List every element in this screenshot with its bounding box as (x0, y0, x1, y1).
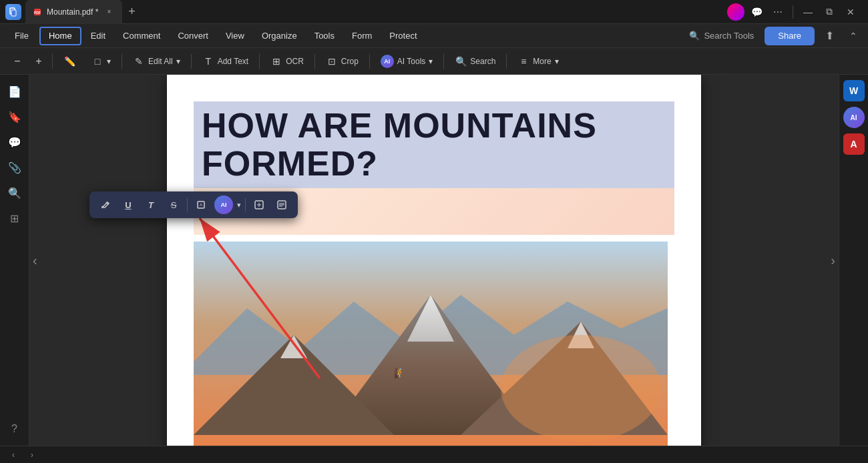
pdf-icon: PDF (33, 8, 41, 16)
floating-text-toolbar: U T S A AI ▾ (89, 191, 298, 218)
search-tool-icon: 🔍 (455, 55, 467, 67)
menu-view[interactable]: View (218, 27, 252, 45)
ai-tools-button[interactable]: AI AI Tools ▾ (374, 51, 439, 71)
secondary-toolbar: − + ✏️ □ ▾ ✎ Edit All ▾ T Add Text ⊞ OCR… (0, 48, 868, 75)
page-content: HOW ARE MOUNTAINS FORMED? (167, 75, 701, 446)
ft-underline-button[interactable]: U (119, 195, 138, 214)
sidebar-pages-icon[interactable]: 📄 (3, 80, 26, 103)
app-icon (5, 4, 21, 20)
new-tab-button[interactable]: + (122, 3, 141, 21)
crop-label: Crop (341, 57, 359, 66)
collapse-button[interactable]: ⌃ (844, 27, 863, 45)
title-bar: PDF Mountain.pdf * × + 💬 ⋯ — ⧉ ✕ (0, 0, 868, 24)
menu-search-area: 🔍 Search Tools Share ⬆ ⌃ (684, 27, 863, 45)
sidebar-attachment-icon[interactable]: 📎 (3, 156, 26, 179)
close-button[interactable]: ✕ (841, 3, 860, 21)
more-tools-button[interactable]: ≡ More ▾ (511, 51, 565, 71)
crop-icon: ⊡ (326, 55, 338, 67)
svg-text:PDF: PDF (34, 10, 41, 14)
menu-home[interactable]: Home (39, 27, 81, 45)
sidebar-help-icon[interactable]: ? (3, 418, 26, 440)
left-sidebar: 📄 🔖 💬 📎 🔍 ⊞ ? (0, 75, 29, 446)
w-label: W (849, 85, 858, 96)
selected-text-region[interactable]: HOW ARE MOUNTAINS FORMED? (194, 101, 674, 188)
menu-protect[interactable]: Protect (381, 27, 425, 45)
maximize-button[interactable]: ⧉ (820, 3, 839, 21)
ocr-button[interactable]: ⊞ OCR (264, 51, 310, 71)
shapes-button[interactable]: □ ▾ (85, 51, 118, 71)
ai-tools-label: AI Tools (397, 57, 425, 66)
add-text-button[interactable]: T Add Text (196, 51, 255, 71)
ft-highlight-button[interactable] (96, 195, 115, 214)
file-tab[interactable]: PDF Mountain.pdf * × (25, 0, 122, 24)
highlight-button[interactable]: ✏️ (57, 51, 82, 71)
ai-badge: AI (381, 55, 394, 68)
ft-edit-button[interactable] (250, 195, 268, 214)
avatar[interactable] (727, 3, 744, 21)
document-heading: HOW ARE MOUNTAINS FORMED? (202, 107, 666, 183)
sidebar-bookmark-icon[interactable]: 🔖 (3, 105, 26, 128)
ft-text-button[interactable]: T (142, 195, 160, 214)
edit-all-button[interactable]: ✎ Edit All ▾ (126, 51, 187, 71)
mountain-svg (194, 242, 668, 446)
tab-close-button[interactable]: × (103, 7, 114, 17)
more-button[interactable]: ⋯ (769, 3, 787, 21)
right-sidebar: W AI A (839, 75, 868, 446)
zoom-out-button[interactable]: − (8, 52, 27, 71)
sidebar-comment-icon[interactable]: 💬 (3, 131, 26, 153)
menu-bar: File Home Edit Comment Convert View Orga… (0, 24, 868, 48)
scroll-left-button[interactable]: ‹ (33, 253, 37, 268)
sidebar-layers-icon[interactable]: ⊞ (3, 207, 26, 229)
acrobat-plugin-button[interactable]: A (843, 133, 865, 155)
ft-strikethrough-button[interactable]: S (164, 195, 183, 214)
scroll-right-button[interactable]: › (831, 253, 835, 268)
sidebar-search-icon[interactable]: 🔍 (3, 181, 26, 204)
a-side-label: A (850, 139, 857, 149)
search-button[interactable]: 🔍 Search (448, 51, 502, 71)
ft-ai-button[interactable]: AI (214, 195, 233, 214)
ft-divider-1 (187, 198, 188, 211)
ai-sidebar-button[interactable]: AI (843, 107, 865, 128)
menu-form[interactable]: Form (344, 27, 380, 45)
menu-tools[interactable]: Tools (306, 27, 343, 45)
status-back-button[interactable]: ‹ (7, 448, 20, 462)
zoom-in-button[interactable]: + (29, 52, 48, 71)
svg-point-12 (501, 335, 661, 442)
upload-button[interactable]: ⬆ (820, 27, 839, 45)
menu-comment[interactable]: Comment (115, 27, 168, 45)
status-bar: ‹ › (0, 446, 868, 463)
edit-all-arrow: ▾ (176, 57, 180, 66)
minimize-button[interactable]: — (799, 3, 817, 21)
mountain-image: 🧗 (194, 242, 668, 446)
more-icon: ≡ (517, 55, 529, 67)
ft-more-button[interactable] (272, 195, 291, 214)
hiker-icon: 🧗 (394, 368, 405, 378)
svg-text:A: A (200, 203, 202, 207)
search-tools-label: Search Tools (704, 31, 754, 41)
shapes-icon: □ (91, 55, 103, 67)
ocr-label: OCR (286, 57, 304, 66)
file-tab-title: Mountain.pdf * (47, 7, 98, 17)
menu-convert[interactable]: Convert (170, 27, 216, 45)
ft-resize-button[interactable]: A (192, 195, 210, 214)
highlight-icon: ✏️ (63, 55, 75, 67)
edit-icon: ✎ (133, 55, 145, 67)
share-button[interactable]: Share (765, 27, 815, 45)
crop-button[interactable]: ⊡ Crop (319, 51, 365, 71)
menu-organize[interactable]: Organize (254, 27, 305, 45)
toolbar-divider-2 (122, 54, 122, 69)
menu-edit[interactable]: Edit (83, 27, 114, 45)
word-plugin-button[interactable]: W (843, 80, 865, 101)
message-button[interactable]: 💬 (747, 3, 766, 21)
status-forward-button[interactable]: › (25, 448, 39, 462)
toolbar-divider-7 (443, 54, 444, 69)
document-area: ‹ › HOW ARE MOUNTAINS FORMED? (29, 75, 839, 446)
menu-file[interactable]: File (5, 27, 38, 45)
ft-ai-dropdown[interactable]: ▾ (237, 201, 241, 209)
add-text-icon: T (202, 55, 214, 67)
edit-all-label: Edit All (148, 57, 173, 66)
search-label: Search (470, 57, 495, 66)
search-icon: 🔍 (689, 31, 700, 41)
toolbar-divider-4 (259, 54, 260, 69)
search-tools-button[interactable]: 🔍 Search Tools (684, 31, 759, 41)
